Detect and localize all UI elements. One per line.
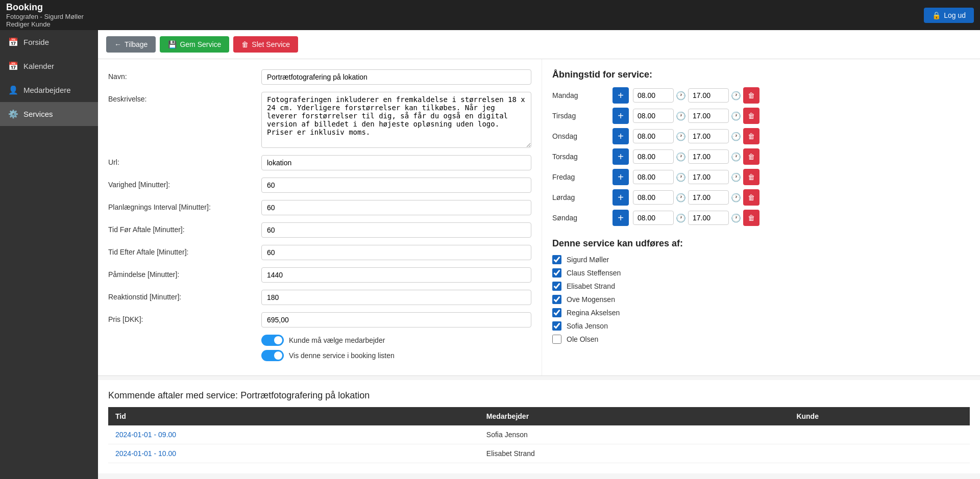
toggle2-label: Vis denne service i booking listen xyxy=(289,351,395,360)
hours-from-input[interactable] xyxy=(633,190,674,205)
hours-from-input[interactable] xyxy=(633,170,674,184)
hours-delete-button[interactable]: 🗑 xyxy=(743,189,760,206)
hours-to-input[interactable] xyxy=(688,88,729,103)
toggle1-switch[interactable] xyxy=(261,335,284,346)
save-button[interactable]: 💾 Gem Service xyxy=(160,36,229,53)
sidebar: 📅 Forside 📅 Kalender 👤 Medarbejdere ⚙️ S… xyxy=(0,30,98,479)
varighed-label: Varighed [Minutter]: xyxy=(108,178,261,189)
paamindelse-label: Påmindelse [Minutter]: xyxy=(108,267,261,279)
hours-add-button[interactable]: + xyxy=(612,108,629,124)
app-title: Booking xyxy=(6,2,84,13)
hours-time-group: 🕐 🕐 🗑 xyxy=(633,128,838,144)
hours-delete-button[interactable]: 🗑 xyxy=(743,128,760,144)
table-cell-kunde xyxy=(789,444,970,463)
hours-to-input[interactable] xyxy=(688,211,729,225)
employee-checkbox[interactable] xyxy=(552,255,561,264)
back-button[interactable]: ← Tilbage xyxy=(106,36,156,53)
sidebar-label-forside: Forside xyxy=(23,38,49,46)
calendar-icon: 📅 xyxy=(8,37,18,47)
pris-row: Pris [DKK]: xyxy=(108,312,531,327)
table-cell-tid: 2024-01-01 - 10.00 xyxy=(108,444,479,463)
hours-day-name: Fredag xyxy=(552,173,608,181)
clock-icon: 🕐 xyxy=(731,193,741,203)
employee-checkbox[interactable] xyxy=(552,295,561,304)
employee-checkbox[interactable] xyxy=(552,268,561,278)
hours-day-name: Mandag xyxy=(552,91,608,99)
hours-add-button[interactable]: + xyxy=(612,87,629,104)
navn-row: Navn: xyxy=(108,69,531,85)
hours-from-input[interactable] xyxy=(633,88,674,103)
tid-foer-input[interactable] xyxy=(261,222,531,238)
employee-checkbox[interactable] xyxy=(552,335,561,344)
right-form-column: Åbningstid for service: Mandag + 🕐 🕐 🗑 T… xyxy=(542,59,848,375)
table-header-row: Tid Medarbejder Kunde xyxy=(108,407,970,425)
url-label: Url: xyxy=(108,155,261,166)
navn-input[interactable] xyxy=(261,69,531,85)
logout-button[interactable]: 🔒 Log ud xyxy=(924,8,974,23)
hours-delete-button[interactable]: 🗑 xyxy=(743,210,760,226)
hours-day-name: Torsdag xyxy=(552,153,608,161)
hours-to-input[interactable] xyxy=(688,190,729,205)
beskrivelse-label: Beskrivelse: xyxy=(108,92,261,103)
appointments-service-name: Portrætfotografering på lokation xyxy=(240,390,370,400)
hours-from-input[interactable] xyxy=(633,109,674,123)
pris-input[interactable] xyxy=(261,312,531,327)
hours-from-input[interactable] xyxy=(633,129,674,143)
hours-delete-button[interactable]: 🗑 xyxy=(743,148,760,165)
hours-add-button[interactable]: + xyxy=(612,148,629,165)
employee-checkbox[interactable] xyxy=(552,308,561,317)
hours-to-input[interactable] xyxy=(688,170,729,184)
hours-row: Søndag + 🕐 🕐 🗑 xyxy=(552,210,838,226)
arrow-left-icon: ← xyxy=(114,40,121,48)
url-input[interactable] xyxy=(261,155,531,170)
hours-to-input[interactable] xyxy=(688,129,729,143)
clock-icon: 🕐 xyxy=(731,111,741,121)
clock-icon: 🕐 xyxy=(676,172,686,182)
table-cell-tid: 2024-01-01 - 09.00 xyxy=(108,425,479,444)
sidebar-item-kalender[interactable]: 📅 Kalender xyxy=(0,54,98,78)
table-cell-medarbejder: Sofia Jenson xyxy=(479,425,790,444)
varighed-row: Varighed [Minutter]: xyxy=(108,178,531,193)
employee-row: Sigurd Møller xyxy=(552,255,838,264)
sidebar-label-kalender: Kalender xyxy=(23,62,54,70)
employee-row: Elisabet Strand xyxy=(552,282,838,291)
sidebar-item-services[interactable]: ⚙️ Services xyxy=(0,102,98,126)
delete-button[interactable]: 🗑 Slet Service xyxy=(233,36,298,53)
varighed-input[interactable] xyxy=(261,178,531,193)
beskrivelse-textarea[interactable] xyxy=(261,92,531,148)
hours-delete-button[interactable]: 🗑 xyxy=(743,108,760,124)
tid-link[interactable]: 2024-01-01 - 09.00 xyxy=(115,431,176,439)
gear-icon: ⚙️ xyxy=(8,109,18,119)
employee-name: Sigurd Møller xyxy=(567,256,609,264)
hours-delete-button[interactable]: 🗑 xyxy=(743,169,760,185)
hours-add-button[interactable]: + xyxy=(612,189,629,206)
hours-add-button[interactable]: + xyxy=(612,169,629,185)
reaktionstid-input[interactable] xyxy=(261,290,531,305)
header-subtitle-line1: Fotografen - Sigurd Møller xyxy=(6,13,84,20)
main-content: ← Tilbage 💾 Gem Service 🗑 Slet Service N… xyxy=(98,30,980,479)
hours-add-button[interactable]: + xyxy=(612,128,629,144)
sidebar-item-forside[interactable]: 📅 Forside xyxy=(0,30,98,54)
hours-time-group: 🕐 🕐 🗑 xyxy=(633,87,838,104)
paamindelse-input[interactable] xyxy=(261,267,531,283)
hours-from-input[interactable] xyxy=(633,149,674,164)
hours-from-input[interactable] xyxy=(633,211,674,225)
hours-add-button[interactable]: + xyxy=(612,210,629,226)
employee-checkbox[interactable] xyxy=(552,321,561,331)
person-icon: 👤 xyxy=(8,85,18,95)
employee-name: Ole Olsen xyxy=(567,335,598,343)
sidebar-item-medarbejdere[interactable]: 👤 Medarbejdere xyxy=(0,78,98,102)
hours-to-input[interactable] xyxy=(688,109,729,123)
toggle2-switch[interactable] xyxy=(261,350,284,361)
appointments-tbody: 2024-01-01 - 09.00 Sofia Jenson 2024-01-… xyxy=(108,425,970,463)
tid-efter-input[interactable] xyxy=(261,245,531,260)
navn-label: Navn: xyxy=(108,69,261,81)
planlaegning-input[interactable] xyxy=(261,200,531,215)
employees-title: Denne service kan udføres af: xyxy=(552,238,838,249)
employee-checkbox[interactable] xyxy=(552,282,561,291)
planlaegning-row: Planlægnings Interval [Minutter]: xyxy=(108,200,531,215)
hours-day-name: Onsdag xyxy=(552,132,608,140)
tid-link[interactable]: 2024-01-01 - 10.00 xyxy=(115,449,176,458)
hours-delete-button[interactable]: 🗑 xyxy=(743,87,760,104)
hours-to-input[interactable] xyxy=(688,149,729,164)
